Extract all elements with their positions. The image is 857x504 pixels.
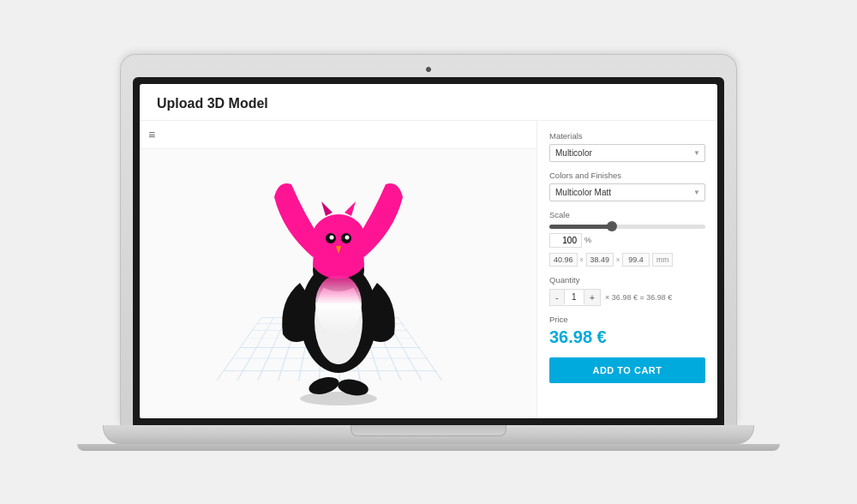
svg-point-14 [315, 274, 362, 334]
quantity-plus-button[interactable]: + [584, 290, 600, 305]
svg-point-12 [345, 235, 349, 239]
quantity-minus-button[interactable]: - [550, 290, 564, 305]
page-header: Upload 3D Model [140, 84, 717, 121]
laptop-feet [77, 444, 780, 451]
colors-group: Colors and Finishes Multicolor Matt ▼ [549, 171, 705, 201]
quantity-label: Quantity [549, 275, 705, 285]
scale-slider-thumb[interactable] [607, 221, 617, 231]
scale-slider-track[interactable] [549, 225, 705, 229]
svg-marker-7 [321, 201, 333, 216]
price-label: Price [549, 315, 705, 324]
dim-x-value: 40.96 [549, 253, 578, 267]
scale-number-input[interactable] [549, 233, 582, 248]
materials-label: Materials [549, 131, 705, 141]
scale-section: Scale % [549, 210, 705, 267]
penguin-model [266, 154, 411, 394]
scale-value-row: % [549, 233, 705, 248]
svg-point-11 [329, 235, 333, 239]
scene: Upload 3D Model ≡ [0, 0, 857, 504]
colors-select[interactable]: Multicolor Matt [550, 184, 704, 201]
page-title: Upload 3D Model [157, 96, 700, 111]
dim-y-value: 38.49 [586, 253, 614, 267]
dim-unit-label: mm [652, 253, 673, 267]
materials-select[interactable]: Multicolor [550, 145, 704, 161]
laptop: Upload 3D Model ≡ [77, 54, 780, 451]
scale-slider-fill [549, 225, 612, 229]
screen: Upload 3D Model ≡ [140, 84, 717, 418]
right-panel: Materials Multicolor ▼ [537, 121, 717, 418]
scale-header: Scale [549, 210, 705, 219]
screen-bezel: Upload 3D Model ≡ [133, 77, 724, 425]
quantity-value: 1 [564, 290, 584, 304]
viewer-toolbar: ≡ [140, 121, 536, 149]
dim-z-value: 99.4 [622, 253, 650, 267]
dim-sep-x: x [580, 255, 584, 263]
price-section: Price 36.98 € [549, 315, 705, 347]
colors-label: Colors and Finishes [549, 171, 705, 180]
webcam-area [133, 67, 724, 72]
quantity-formula: × 36.98 € = 36.98 € [605, 293, 672, 302]
materials-select-wrapper[interactable]: Multicolor ▼ [549, 144, 705, 162]
dimensions-row: 40.96 x 38.49 x 99.4 mm [549, 253, 705, 267]
colors-select-wrapper[interactable]: Multicolor Matt ▼ [549, 183, 705, 201]
page: Upload 3D Model ≡ [140, 84, 717, 418]
quantity-section: Quantity - 1 + × 36.98 € = 36.98 € [549, 275, 705, 306]
laptop-lid: Upload 3D Model ≡ [120, 54, 737, 425]
laptop-base [103, 425, 754, 444]
page-body: ≡ [140, 121, 717, 418]
quantity-row: - 1 + × 36.98 € = 36.98 € [549, 289, 705, 306]
viewer-area: ≡ [140, 121, 537, 418]
viewer-canvas [140, 149, 536, 418]
scale-percent-label: % [584, 236, 591, 244]
svg-marker-8 [345, 201, 356, 216]
scale-label: Scale [549, 210, 570, 219]
materials-group: Materials Multicolor ▼ [549, 131, 705, 162]
webcam-dot [426, 67, 431, 72]
quantity-controls: - 1 + [549, 289, 601, 306]
dim-sep-y: x [616, 255, 620, 263]
hamburger-icon[interactable]: ≡ [148, 128, 155, 141]
add-to-cart-button[interactable]: ADD TO CART [549, 357, 705, 383]
svg-point-0 [300, 392, 377, 405]
price-value: 36.98 € [549, 327, 705, 347]
